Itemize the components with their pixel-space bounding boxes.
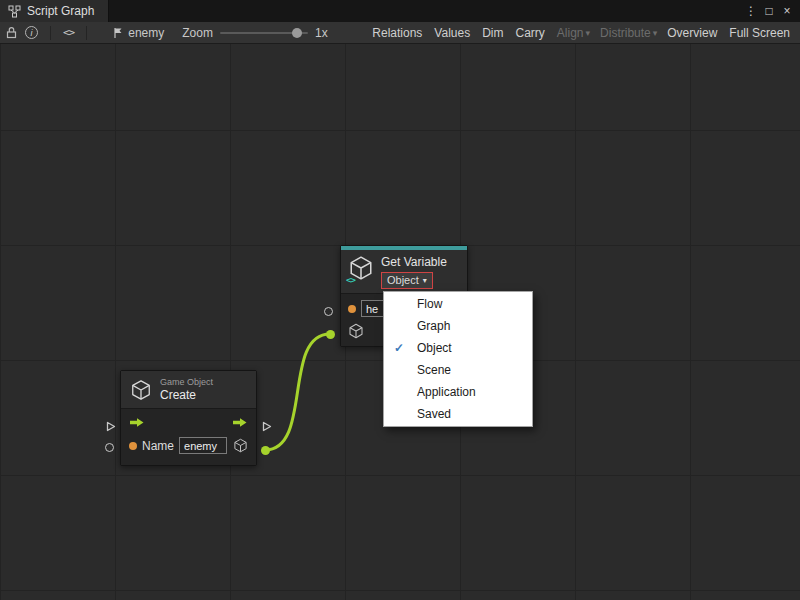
value-input-port[interactable] xyxy=(324,307,333,316)
menu-item-label: Graph xyxy=(417,319,450,333)
gameobject-cube-icon xyxy=(233,438,248,453)
flow-out-arrow-icon xyxy=(232,417,248,428)
toolbar-buttons: Relations Values Dim Carry Align▾ Distri… xyxy=(372,26,794,40)
align-button: Align▾ xyxy=(557,26,590,40)
toolbar-separator xyxy=(86,26,87,40)
window-menu-icon[interactable]: ⋮ xyxy=(742,0,760,22)
zoom-value: 1x xyxy=(315,26,328,40)
create-titles: Game Object Create xyxy=(160,377,213,402)
code-badge: <> xyxy=(346,275,355,285)
create-header[interactable]: Game Object Create xyxy=(121,371,256,408)
graph-canvas[interactable]: <> Get Variable Object ▾ xyxy=(0,44,800,600)
zoom-label: Zoom xyxy=(182,26,213,40)
menu-item-flow[interactable]: Flow xyxy=(384,293,532,315)
menu-item-scene[interactable]: Scene xyxy=(384,359,532,381)
zoom-slider-handle[interactable] xyxy=(292,28,302,38)
zoom-slider[interactable] xyxy=(220,32,308,34)
menu-item-label: Saved xyxy=(417,407,451,421)
variable-scope-dropdown[interactable]: Object ▾ xyxy=(381,272,433,289)
connection-wire[interactable] xyxy=(265,334,330,450)
flow-in-arrow-icon xyxy=(129,417,145,428)
graph-breadcrumb[interactable]: enemy xyxy=(113,26,164,40)
distribute-button: Distribute▾ xyxy=(600,26,657,40)
window-maximize-icon[interactable]: □ xyxy=(760,0,778,22)
node-title: Create xyxy=(160,388,196,402)
connected-input-port[interactable] xyxy=(326,330,335,339)
graph-toolbar: i <> enemy Zoom 1x Relations Values Dim … xyxy=(0,22,800,44)
menu-item-application[interactable]: Application xyxy=(384,381,532,403)
checkmark-icon: ✓ xyxy=(394,341,404,355)
toolbar-separator xyxy=(50,26,51,40)
chevron-down-icon: ▾ xyxy=(586,28,591,38)
window-close-icon[interactable]: × xyxy=(778,0,796,22)
tab-script-graph[interactable]: Script Graph xyxy=(0,0,109,22)
menu-item-label: Scene xyxy=(417,363,451,377)
overview-button[interactable]: Overview xyxy=(667,26,719,40)
menu-item-object[interactable]: ✓ Object xyxy=(384,337,532,359)
menu-item-label: Flow xyxy=(417,297,442,311)
menu-item-graph[interactable]: Graph xyxy=(384,315,532,337)
scope-value: Object xyxy=(387,273,419,288)
lock-icon[interactable] xyxy=(6,25,17,41)
gameobject-cube-icon xyxy=(130,379,152,401)
relations-button[interactable]: Relations xyxy=(372,26,424,40)
create-body: Name xyxy=(121,408,256,465)
graph-name: enemy xyxy=(128,26,164,40)
name-input[interactable] xyxy=(179,437,227,454)
name-label: Name xyxy=(142,439,174,453)
node-title: Get Variable xyxy=(381,255,447,269)
dim-button[interactable]: Dim xyxy=(482,26,505,40)
flag-icon xyxy=(113,27,123,39)
menu-item-saved[interactable]: Saved xyxy=(384,403,532,425)
create-node[interactable]: Game Object Create Name xyxy=(120,370,257,466)
info-icon[interactable]: i xyxy=(25,26,38,39)
flow-output-port[interactable] xyxy=(260,420,273,433)
script-graph-icon xyxy=(8,5,21,18)
code-icon[interactable]: <> xyxy=(63,25,74,41)
gameobject-cube-icon xyxy=(348,323,364,339)
titlebar: Script Graph ⋮ □ × xyxy=(0,0,800,22)
get-variable-titles: Get Variable Object ▾ xyxy=(381,255,447,289)
variable-cube-icon: <> xyxy=(348,255,374,281)
value-port-dot xyxy=(348,305,356,313)
carry-button[interactable]: Carry xyxy=(516,26,547,40)
menu-item-label: Application xyxy=(417,385,476,399)
values-button[interactable]: Values xyxy=(434,26,472,40)
chevron-down-icon: ▾ xyxy=(423,273,427,288)
flow-input-port[interactable] xyxy=(104,420,117,433)
value-input-port[interactable] xyxy=(105,443,114,452)
scope-dropdown-menu: Flow Graph ✓ Object Scene Application Sa… xyxy=(383,291,533,427)
value-port-dot xyxy=(129,442,137,450)
tab-title: Script Graph xyxy=(27,4,94,18)
node-category: Game Object xyxy=(160,377,213,388)
zoom-control: Zoom 1x xyxy=(182,26,327,40)
chevron-down-icon: ▾ xyxy=(653,28,658,38)
menu-item-label: Object xyxy=(417,341,452,355)
fullscreen-button[interactable]: Full Screen xyxy=(729,26,792,40)
connected-output-port[interactable] xyxy=(261,446,270,455)
get-variable-header[interactable]: <> Get Variable Object ▾ xyxy=(341,250,467,293)
